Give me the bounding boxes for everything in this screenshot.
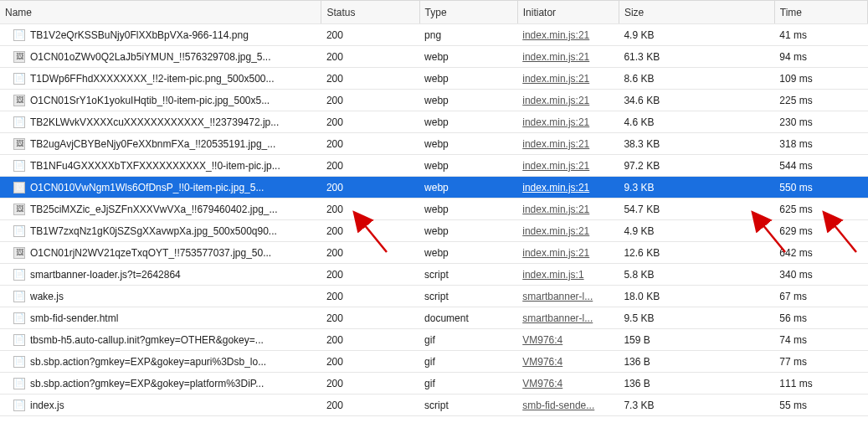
file-icon	[13, 378, 25, 389]
initiator-link[interactable]: index.min.js:21	[522, 138, 589, 150]
file-icon	[13, 138, 25, 150]
table-row[interactable]: TB1V2eQrKSSBuNjy0FlXXbBpVXa-966-114.png2…	[0, 24, 868, 46]
initiator-link[interactable]: index.min.js:21	[522, 247, 589, 259]
size-cell: 9.5 KB	[619, 307, 774, 329]
file-icon	[13, 73, 25, 85]
table-row[interactable]: sb.sbp.action?gmkey=EXP&gokey=apuri%3Dsb…	[0, 351, 868, 373]
col-time[interactable]: Time	[774, 1, 867, 24]
size-cell: 38.3 KB	[619, 133, 774, 155]
file-icon	[13, 334, 25, 346]
table-row[interactable]: tbsmb-h5.auto-callup.init?gmkey=OTHER&go…	[0, 329, 868, 351]
table-row[interactable]: TB2KLWvkVXXXXcuXXXXXXXXXXXX_!!23739472.j…	[0, 111, 868, 133]
type-cell: script	[419, 394, 517, 416]
type-cell: png	[419, 24, 517, 46]
network-table: Name Status Type Initiator Size Time TB1…	[0, 0, 868, 416]
type-cell: webp	[419, 46, 517, 68]
resource-name: index.js	[30, 400, 64, 411]
time-cell: 109 ms	[774, 68, 867, 90]
initiator-link[interactable]: index.min.js:21	[522, 204, 589, 215]
initiator-link[interactable]: index.min.js:21	[522, 160, 589, 172]
time-cell: 111 ms	[774, 373, 867, 394]
table-row[interactable]: O1CN01rjN2WV21qzeTxqOYT_!!753577037.jpg_…	[0, 242, 868, 264]
status-cell: 200	[321, 111, 419, 133]
size-cell: 12.6 KB	[619, 242, 774, 264]
initiator-link[interactable]: VM976:4	[522, 334, 562, 346]
file-icon	[13, 29, 25, 41]
status-cell: 200	[321, 286, 419, 307]
file-icon	[13, 160, 25, 172]
initiator-link[interactable]: index.min.js:21	[522, 29, 589, 41]
time-cell: 230 ms	[774, 111, 867, 133]
initiator-link[interactable]: smartbanner-l...	[522, 291, 593, 302]
table-row[interactable]: TB2ugAvjCBYBeNjy0FeXXbnmFXa_!!20535191.j…	[0, 133, 868, 155]
col-type[interactable]: Type	[419, 1, 517, 24]
time-cell: 77 ms	[774, 351, 867, 373]
table-row[interactable]: sb.sbp.action?gmkey=EXP&gokey=platform%3…	[0, 373, 868, 394]
size-cell: 34.6 KB	[619, 90, 774, 111]
type-cell: webp	[419, 220, 517, 242]
table-row[interactable]: T1DWp6FFhdXXXXXXXX_!!2-item-pic.png_500x…	[0, 68, 868, 90]
table-row[interactable]: TB1NFu4GXXXXXbTXFXXXXXXXXXX_!!0-item-pic…	[0, 155, 868, 177]
file-icon	[13, 356, 25, 368]
size-cell: 4.9 KB	[619, 24, 774, 46]
table-row[interactable]: smartbanner-loader.js?t=2642864200script…	[0, 264, 868, 286]
resource-name: O1CN01rjN2WV21qzeTxqOYT_!!753577037.jpg_…	[30, 247, 271, 259]
table-row[interactable]: O1CN01SrY1oK1yokuIHqtib_!!0-item-pic.jpg…	[0, 90, 868, 111]
status-cell: 200	[321, 24, 419, 46]
status-cell: 200	[321, 373, 419, 394]
col-name[interactable]: Name	[0, 1, 321, 24]
initiator-link[interactable]: index.min.js:21	[522, 225, 589, 237]
type-cell: script	[419, 264, 517, 286]
table-row[interactable]: smb-fid-sender.html200documentsmartbanne…	[0, 307, 868, 329]
col-initiator[interactable]: Initiator	[517, 1, 619, 24]
resource-name: wake.js	[30, 291, 64, 302]
initiator-link[interactable]: index.min.js:21	[522, 116, 589, 128]
table-row[interactable]: TB25ciMXZic_eJjSZFnXXXVwVXa_!!679460402.…	[0, 199, 868, 220]
size-cell: 4.9 KB	[619, 220, 774, 242]
col-size[interactable]: Size	[619, 1, 774, 24]
size-cell: 7.3 KB	[619, 394, 774, 416]
table-row[interactable]: wake.js200scriptsmartbanner-l...18.0 KB6…	[0, 286, 868, 307]
table-row[interactable]: TB1W7zxqNz1gK0jSZSgXXavwpXa.jpg_500x500q…	[0, 220, 868, 242]
size-cell: 5.8 KB	[619, 264, 774, 286]
file-icon	[13, 95, 25, 106]
table-row[interactable]: index.js200scriptsmb-fid-sende...7.3 KB5…	[0, 394, 868, 416]
size-cell: 61.3 KB	[619, 46, 774, 68]
time-cell: 550 ms	[774, 177, 867, 199]
file-icon	[13, 247, 25, 259]
type-cell: webp	[419, 177, 517, 199]
resource-name: O1CN01SrY1oK1yokuIHqtib_!!0-item-pic.jpg…	[30, 95, 270, 106]
file-icon	[13, 291, 25, 302]
initiator-link[interactable]: index.min.js:21	[522, 73, 589, 85]
file-icon	[13, 312, 25, 324]
col-status[interactable]: Status	[321, 1, 419, 24]
size-cell: 8.6 KB	[619, 68, 774, 90]
status-cell: 200	[321, 155, 419, 177]
resource-name: smartbanner-loader.js?t=2642864	[30, 269, 181, 281]
size-cell: 159 B	[619, 329, 774, 351]
file-icon	[13, 182, 25, 193]
initiator-link[interactable]: VM976:4	[522, 378, 562, 389]
table-row[interactable]: O1CN010VwNgm1Wls6OfDnsP_!!0-item-pic.jpg…	[0, 177, 868, 199]
type-cell: gif	[419, 373, 517, 394]
initiator-link[interactable]: VM976:4	[522, 356, 562, 368]
type-cell: webp	[419, 111, 517, 133]
initiator-link[interactable]: smartbanner-l...	[522, 312, 593, 324]
status-cell: 200	[321, 177, 419, 199]
status-cell: 200	[321, 329, 419, 351]
resource-name: tbsmb-h5.auto-callup.init?gmkey=OTHER&go…	[30, 334, 264, 346]
status-cell: 200	[321, 90, 419, 111]
initiator-link[interactable]: index.min.js:21	[522, 95, 589, 106]
time-cell: 94 ms	[774, 46, 867, 68]
table-row[interactable]: O1CN01oZWv0Q2LaJb5iYMUN_!!576329708.jpg_…	[0, 46, 868, 68]
initiator-link[interactable]: index.min.js:21	[522, 51, 589, 63]
status-cell: 200	[321, 133, 419, 155]
resource-name: T1DWp6FFhdXXXXXXXX_!!2-item-pic.png_500x…	[30, 73, 274, 85]
time-cell: 225 ms	[774, 90, 867, 111]
initiator-link[interactable]: index.min.js:21	[522, 182, 589, 193]
status-cell: 200	[321, 351, 419, 373]
resource-name: smb-fid-sender.html	[30, 312, 118, 324]
resource-name: sb.sbp.action?gmkey=EXP&gokey=apuri%3Dsb…	[30, 356, 266, 368]
initiator-link[interactable]: smb-fid-sende...	[522, 400, 594, 411]
initiator-link[interactable]: index.min.js:1	[522, 269, 583, 281]
